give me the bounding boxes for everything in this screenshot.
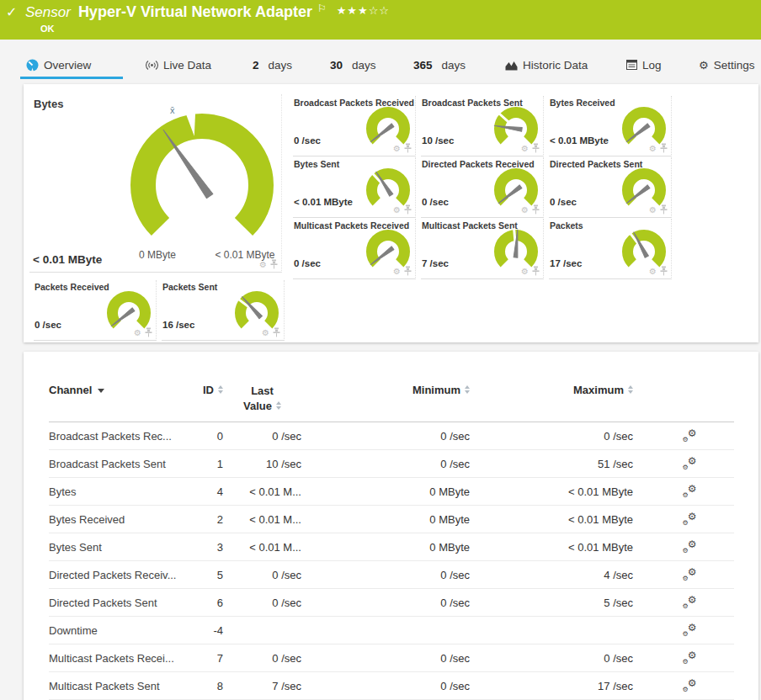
gauge-cell-bytes-received[interactable]: Bytes Received< 0.01 MByte⚙ [549,96,672,156]
tab-30-days[interactable]: 30days [330,53,376,77]
sort-icon [276,401,281,410]
channel-settings-gears-icon[interactable]: ⚙⚙ [683,429,697,443]
pin-icon[interactable] [404,266,412,276]
channel-maximum: 0 /sec [470,430,633,443]
channel-settings-gears-icon[interactable]: ⚙⚙ [683,485,697,499]
gauge-cell-broadcast-packets-received[interactable]: Broadcast Packets Received0 /sec⚙ [293,96,416,156]
column-label: Maximum [573,384,624,396]
gauge-cell-bytes-sent[interactable]: Bytes Sent< 0.01 MByte⚙ [293,157,416,218]
pin-icon[interactable] [404,204,412,215]
channel-name[interactable]: Broadcast Packets Sent [49,458,184,470]
tab-label: days [269,59,293,72]
tab-overview[interactable]: Overview [20,53,123,77]
channel-name[interactable]: Bytes Received [49,513,184,526]
gauge-cell-packets[interactable]: Packets17 /sec⚙ [549,219,672,279]
gear-icon: ⚙ [699,60,709,71]
column-label: Minimum [412,384,460,396]
gear-icon[interactable]: ⚙ [521,206,529,215]
gear-icon[interactable]: ⚙ [649,145,657,153]
channel-name[interactable]: Broadcast Packets Rec... [49,430,184,443]
column-label: Channel [49,384,92,396]
pin-icon[interactable] [660,143,668,153]
channel-settings-gears-icon[interactable]: ⚙⚙ [683,623,697,638]
gauge-title: Packets [550,220,583,231]
channel-name[interactable]: Multicast Packets Sent [49,680,184,692]
priority-stars[interactable]: ★★★☆☆ [337,3,390,17]
channel-id: 3 [184,541,223,554]
channel-settings-gears-icon[interactable]: ⚙⚙ [683,651,697,666]
tab-live-data[interactable]: Live Data [146,53,211,77]
gauge-actions: ⚙ [649,204,668,215]
column-header-channel[interactable]: Channel [49,384,184,396]
channel-maximum: < 0.01 MByte [470,541,633,554]
gauge-actions: ⚙ [521,204,540,215]
gear-icon[interactable]: ⚙ [262,329,269,337]
tab-365-days[interactable]: 365days [413,53,466,77]
flag-icon[interactable]: ⚐ [317,3,327,14]
column-header-last-value[interactable]: Last Value [223,384,301,414]
pin-icon[interactable] [404,143,412,153]
sort-icon [628,385,633,394]
tab-log[interactable]: Log [626,53,662,77]
table-header: Channel ID Last Value Minimum [49,384,734,422]
column-header-minimum[interactable]: Minimum [301,384,470,396]
channel-settings-gears-icon[interactable]: ⚙⚙ [683,540,697,554]
channel-actions: ⚙⚙ [633,485,734,499]
channel-actions: ⚙⚙ [633,596,734,610]
gear-icon[interactable]: ⚙ [521,268,529,276]
gauge-cell-packets-received[interactable]: Packets Received0 /sec⚙ [34,280,157,341]
pin-icon[interactable] [532,266,540,276]
channel-settings-gears-icon[interactable]: ⚙⚙ [683,679,697,693]
channel-name[interactable]: Multicast Packets Recei... [49,652,184,665]
gear-icon[interactable]: ⚙ [521,145,529,153]
column-header-id[interactable]: ID [184,384,223,396]
channel-settings-gears-icon[interactable]: ⚙⚙ [683,568,697,582]
pin-icon[interactable] [660,204,668,215]
gauge-cell-directed-packets-sent[interactable]: Directed Packets Sent0 /sec⚙ [549,157,672,218]
tab-2-days[interactable]: 2days [253,53,292,77]
pin-icon[interactable] [532,143,540,153]
gear-icon[interactable]: ⚙ [649,268,657,276]
gauge-cell-multicast-packets-sent[interactable]: Multicast Packets Sent7 /sec⚙ [421,219,544,279]
pin-icon[interactable] [660,266,668,276]
tab-bar: Overview Live Data 2days 30days 365days [0,40,761,84]
column-header-maximum[interactable]: Maximum [470,384,633,396]
gear-icon[interactable]: ⚙ [393,145,401,153]
gauge-actions: ⚙ [393,143,412,153]
tab-label-number: 2 [253,59,259,72]
tab-settings[interactable]: ⚙ Settings [699,53,754,77]
gauge-value: 0 /sec [35,320,61,330]
channel-name[interactable]: Bytes [49,485,184,498]
table-row-broadcast-packets-rec: Broadcast Packets Rec...00 /sec0 /sec0 /… [49,422,734,450]
channel-settings-gears-icon[interactable]: ⚙⚙ [683,596,697,610]
gauge-cell-broadcast-packets-sent[interactable]: Broadcast Packets Sent10 /sec⚙ [421,96,544,156]
channel-maximum: 4 /sec [470,569,633,581]
gauge-value: 0 /sec [294,258,321,268]
pin-icon[interactable] [273,327,280,337]
gauge-cell-multicast-packets-received[interactable]: Multicast Packets Received0 /sec⚙ [293,219,416,279]
channel-name[interactable]: Directed Packets Sent [49,597,184,609]
tab-label-number: 30 [330,59,343,72]
area-chart-icon [505,60,518,71]
gear-icon[interactable]: ⚙ [134,329,141,337]
tab-historic-data[interactable]: Historic Data [505,53,588,77]
pin-icon[interactable] [145,327,152,337]
channel-name[interactable]: Bytes Sent [49,541,184,554]
channel-settings-gears-icon[interactable]: ⚙⚙ [683,512,697,527]
tab-label: days [352,59,376,72]
channel-name[interactable]: Downtime [49,624,184,637]
channel-id: 0 [184,430,223,443]
channel-last-value: 0 /sec [223,430,301,443]
tab-label: Live Data [163,59,211,72]
gear-icon[interactable]: ⚙ [393,268,401,276]
channel-id: 1 [184,458,223,470]
channel-name[interactable]: Directed Packets Receiv... [49,569,184,581]
gauge-cell-directed-packets-received[interactable]: Directed Packets Received0 /sec⚙ [421,157,544,218]
gear-icon[interactable]: ⚙ [649,206,657,215]
gauge-cell-packets-sent[interactable]: Packets Sent16 /sec⚙ [162,280,285,341]
gauge-actions: ⚙ [521,266,540,276]
channel-settings-gears-icon[interactable]: ⚙⚙ [683,457,697,471]
pin-icon[interactable] [532,204,540,215]
channel-maximum: 17 /sec [470,680,633,692]
gear-icon[interactable]: ⚙ [393,206,401,215]
